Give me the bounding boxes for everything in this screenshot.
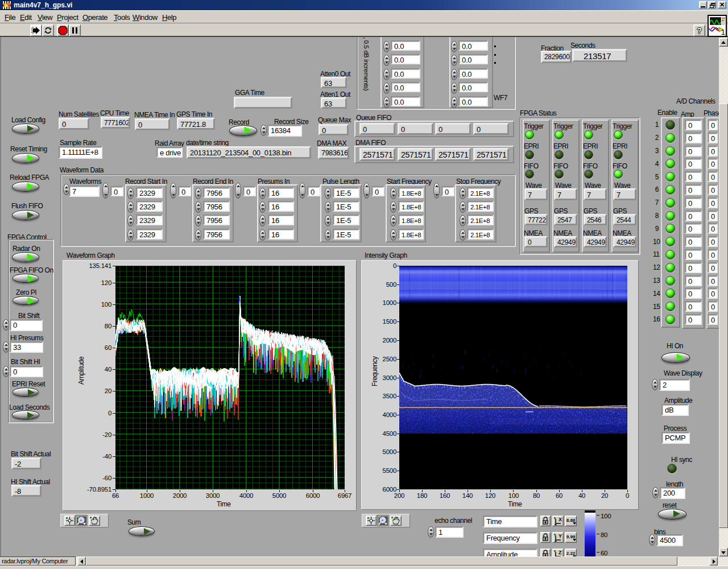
svg-text:+: + (80, 518, 82, 523)
svg-text:Z: Z (559, 550, 562, 555)
svg-text:X: X (559, 517, 562, 522)
svg-text:+: + (381, 518, 384, 523)
svg-text:Y: Y (559, 533, 562, 539)
